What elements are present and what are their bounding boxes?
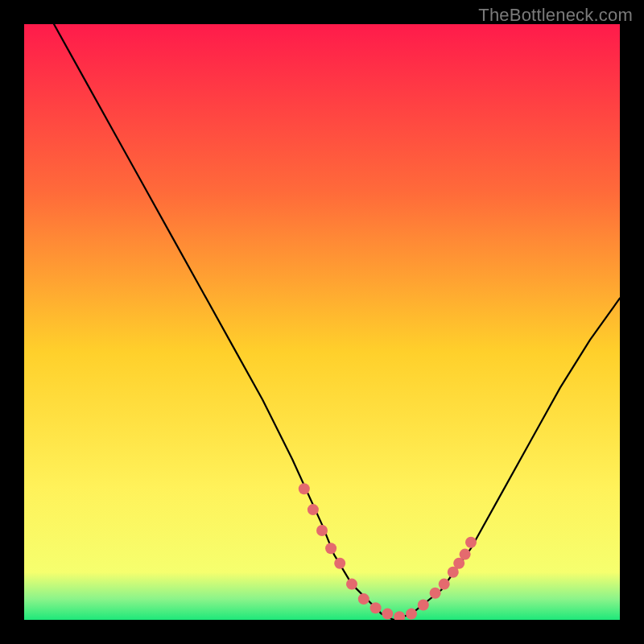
- watermark-text: TheBottleneck.com: [478, 5, 633, 26]
- highlight-dot: [418, 600, 429, 611]
- highlight-dot: [334, 558, 345, 569]
- chart-svg: [24, 24, 620, 620]
- highlight-dot: [406, 609, 417, 620]
- highlight-dot: [299, 483, 310, 494]
- highlight-dot: [316, 525, 328, 536]
- highlight-dot: [465, 537, 477, 548]
- highlight-dot: [308, 504, 319, 515]
- highlight-dot: [325, 543, 336, 554]
- highlight-dot: [370, 602, 382, 613]
- chart-frame: TheBottleneck.com: [0, 0, 644, 644]
- highlight-dot: [430, 588, 441, 599]
- highlight-dot: [346, 579, 357, 590]
- highlight-dot: [439, 579, 450, 590]
- highlight-dot: [358, 593, 369, 605]
- plot-area: [24, 24, 620, 620]
- highlight-dot: [382, 609, 393, 620]
- highlight-dot: [460, 549, 471, 560]
